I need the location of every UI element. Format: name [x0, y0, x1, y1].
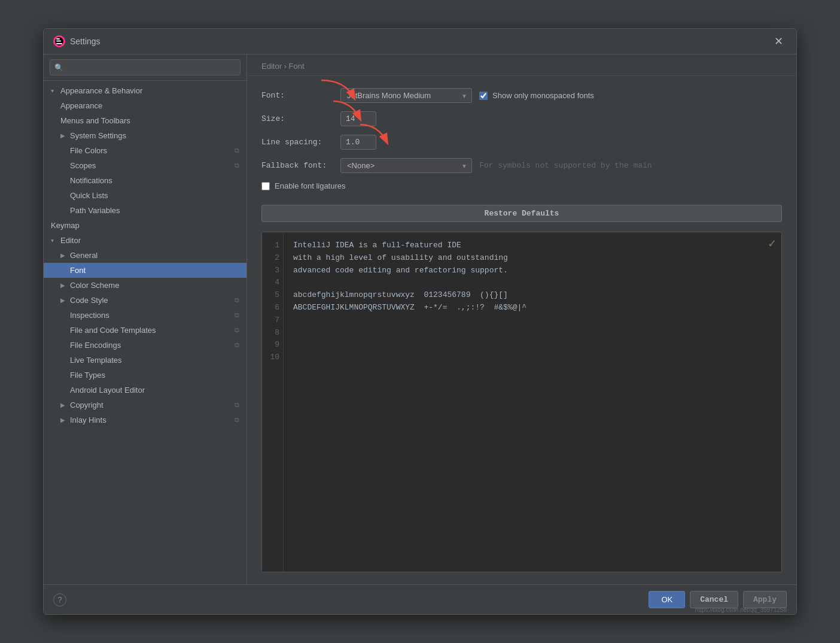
line-num-10: 10 — [270, 351, 283, 364]
line-num-9: 9 — [275, 339, 283, 351]
sidebar-item-editor[interactable]: ▾ Editor — [44, 233, 246, 248]
font-label: Font: — [261, 91, 333, 100]
svg-rect-3 — [56, 38, 60, 40]
app-icon — [53, 35, 65, 47]
sidebar-item-android-layout-editor[interactable]: Android Layout Editor — [44, 383, 246, 398]
apply-button[interactable]: Apply — [743, 591, 787, 608]
line-num-5: 5 — [275, 289, 283, 302]
preview-code: IntelliJ IDEA is a full-featured IDE wit… — [284, 232, 781, 572]
line-num-7: 7 — [275, 314, 283, 327]
font-select[interactable]: JetBrains Mono Medium — [340, 88, 472, 103]
sidebar-item-scopes[interactable]: Scopes ⧉ — [44, 158, 246, 173]
sidebar-item-appearance[interactable]: Appearance — [44, 98, 246, 113]
copy-icon: ⧉ — [235, 341, 239, 349]
url-hint: https://blog.csdn.net/qq_35971258 — [695, 606, 787, 613]
close-button[interactable]: ✕ — [771, 35, 787, 48]
show-monospaced-checkbox[interactable] — [479, 92, 488, 100]
search-icon: 🔍 — [54, 63, 63, 72]
sidebar-label: Appearance — [60, 101, 102, 110]
sidebar-label: File Encodings — [70, 341, 121, 350]
line-num-2: 2 — [275, 252, 283, 265]
sidebar-item-file-types[interactable]: File Types — [44, 368, 246, 383]
search-input[interactable] — [50, 59, 241, 75]
sidebar-label: Keymap — [51, 221, 80, 230]
sidebar-label: Inspections — [70, 311, 109, 320]
sidebar-label: Code Style — [70, 296, 108, 305]
size-row: Size: — [261, 111, 782, 126]
sidebar-label: Menus and Toolbars — [60, 116, 130, 125]
sidebar-item-inlay-hints[interactable]: ▶ Inlay Hints ⧉ — [44, 413, 246, 427]
sidebar-label: Live Templates — [70, 356, 121, 365]
sidebar-label: Editor — [60, 236, 81, 245]
line-num-4: 4 — [275, 277, 283, 289]
ligatures-row: Enable font ligatures — [261, 181, 782, 190]
title-bar: Settings ✕ — [44, 29, 796, 54]
sidebar-item-file-encodings[interactable]: File Encodings ⧉ — [44, 338, 246, 353]
preview-check-icon: ✓ — [768, 237, 777, 250]
dialog-title: Settings — [70, 37, 101, 46]
sidebar-label: General — [70, 251, 98, 260]
tree-area: ▾ Appearance & Behavior Appearance Menus… — [44, 81, 246, 584]
sidebar-item-file-colors[interactable]: File Colors ⧉ — [44, 143, 246, 158]
sidebar-label: Copyright — [70, 401, 104, 410]
sidebar-item-inspections[interactable]: Inspections ⧉ — [44, 308, 246, 323]
search-box: 🔍 — [44, 54, 246, 81]
sidebar-item-copyright[interactable]: ▶ Copyright ⧉ — [44, 398, 246, 413]
sidebar-label: File Types — [70, 371, 105, 380]
font-row: Font: JetBrains Mono Medium — [261, 88, 782, 103]
main-panel: Editor › Font Font: — [247, 54, 796, 584]
collapse-arrow: ▶ — [60, 282, 68, 289]
ligatures-checkbox[interactable] — [261, 182, 270, 190]
sidebar-item-live-templates[interactable]: Live Templates — [44, 353, 246, 368]
line-spacing-row: Line spacing: — [261, 135, 782, 150]
copy-icon: ⧉ — [235, 401, 239, 409]
sidebar: 🔍 ▾ Appearance & Behavior Appearance Men… — [44, 54, 247, 584]
ok-button[interactable]: OK — [649, 591, 685, 608]
sidebar-item-color-scheme[interactable]: ▶ Color Scheme — [44, 278, 246, 293]
copy-icon: ⧉ — [235, 296, 239, 304]
collapse-arrow: ▶ — [60, 132, 68, 139]
size-input[interactable] — [340, 111, 376, 126]
sidebar-label: File and Code Templates — [70, 326, 156, 335]
sidebar-item-path-variables[interactable]: Path Variables — [44, 203, 246, 218]
sidebar-item-file-code-templates[interactable]: File and Code Templates ⧉ — [44, 323, 246, 338]
collapse-arrow: ▶ — [60, 417, 68, 423]
sidebar-label: Font — [70, 266, 86, 275]
fallback-font-label: Fallback font: — [261, 161, 333, 170]
sidebar-item-general[interactable]: ▶ General — [44, 248, 246, 263]
sidebar-item-system-settings[interactable]: ▶ System Settings — [44, 128, 246, 143]
copy-icon: ⧉ — [235, 311, 239, 319]
collapse-arrow: ▾ — [51, 237, 58, 244]
breadcrumb: Editor › Font — [247, 54, 796, 76]
sidebar-item-keymap[interactable]: Keymap — [44, 218, 246, 233]
sidebar-label: System Settings — [70, 131, 126, 140]
copy-icon: ⧉ — [235, 326, 239, 334]
show-monospaced-row: Show only monospaced fonts — [479, 91, 594, 100]
help-button[interactable]: ? — [53, 593, 66, 606]
settings-dialog: Settings ✕ 🔍 ▾ Appearance & Behavior App… — [43, 28, 797, 615]
main-content: Font: JetBrains Mono Medium — [247, 76, 796, 584]
collapse-arrow: ▾ — [51, 87, 58, 94]
restore-defaults-button[interactable]: Restore Defaults — [261, 205, 782, 222]
fallback-font-row: Fallback font: <None> ▼ For symbols not … — [261, 158, 782, 173]
sidebar-item-appearance-behavior[interactable]: ▾ Appearance & Behavior — [44, 83, 246, 98]
copy-icon: ⧉ — [235, 416, 239, 424]
sidebar-item-code-style[interactable]: ▶ Code Style ⧉ — [44, 293, 246, 308]
cancel-button[interactable]: Cancel — [690, 591, 738, 608]
sidebar-item-menus-toolbars[interactable]: Menus and Toolbars — [44, 113, 246, 128]
line-num-6: 6 — [275, 302, 283, 314]
size-label: Size: — [261, 114, 333, 123]
sidebar-label: Color Scheme — [70, 281, 119, 290]
line-spacing-input[interactable] — [340, 135, 376, 150]
sidebar-item-font[interactable]: Font — [44, 263, 246, 278]
fallback-font-select[interactable]: <None> — [340, 158, 472, 173]
collapse-arrow: ▶ — [60, 252, 68, 259]
sidebar-item-notifications[interactable]: Notifications — [44, 173, 246, 188]
search-wrap: 🔍 — [50, 59, 241, 75]
line-num-3: 3 — [275, 265, 283, 277]
sidebar-label: Scopes — [70, 161, 96, 170]
content-area: 🔍 ▾ Appearance & Behavior Appearance Men… — [44, 54, 796, 584]
collapse-arrow: ▶ — [60, 297, 68, 304]
title-bar-left: Settings — [53, 35, 101, 47]
sidebar-item-quick-lists[interactable]: Quick Lists — [44, 188, 246, 203]
